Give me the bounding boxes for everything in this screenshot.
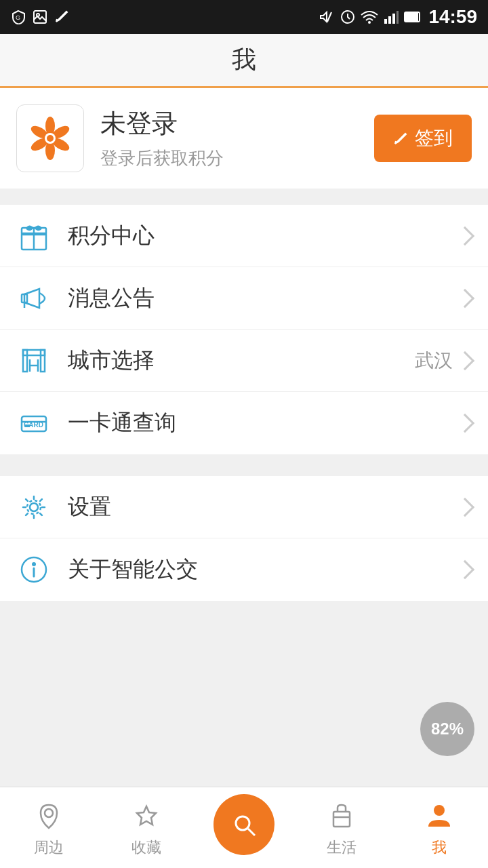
status-time: 14:59 [428, 6, 477, 28]
svg-point-5 [368, 21, 371, 24]
page-title: 我 [232, 43, 256, 77]
profile-info: 未登录 登录后获取积分 [100, 106, 374, 170]
nav-label-favorites: 收藏 [131, 837, 161, 858]
svg-text:G: G [16, 14, 20, 21]
svg-rect-7 [388, 16, 391, 24]
menu-label-news: 消息公告 [68, 283, 458, 313]
info-icon [16, 552, 52, 587]
menu-label-about: 关于智能公交 [68, 555, 458, 585]
menu-label-settings: 设置 [68, 492, 458, 522]
arrow-icon [455, 351, 474, 370]
nav-item-me[interactable]: 我 [390, 798, 488, 858]
nav-item-life[interactable]: 生活 [293, 798, 390, 858]
svg-point-34 [30, 503, 38, 511]
menu-label-card: 一卡通查询 [68, 408, 458, 438]
bottom-nav: 周边 收藏 生活 [0, 787, 488, 868]
favorites-icon [129, 798, 164, 833]
section-divider-2 [0, 465, 488, 476]
profile-subtitle: 登录后获取积分 [100, 146, 374, 170]
nav-item-search[interactable] [195, 794, 293, 862]
status-left-icons: G [11, 9, 69, 24]
menu-item-news[interactable]: 消息公告 [0, 267, 488, 330]
arrow-icon [455, 560, 474, 579]
arrow-icon [455, 497, 474, 516]
menu-section-1: 积分中心 消息公告 城市选择 武汉 [0, 205, 488, 454]
profile-section: 未登录 登录后获取积分 签到 [0, 88, 488, 189]
svg-point-37 [32, 562, 36, 566]
gift-icon [16, 218, 52, 254]
profile-name: 未登录 [100, 106, 374, 141]
me-icon [422, 798, 457, 833]
menu-item-about[interactable]: 关于智能公交 [0, 538, 488, 601]
svg-rect-9 [396, 11, 399, 24]
svg-rect-33 [24, 425, 30, 427]
svg-rect-11 [405, 13, 418, 21]
progress-badge: 82% [420, 702, 474, 756]
nav-item-nearby[interactable]: 周边 [0, 798, 98, 858]
gate-icon [16, 343, 52, 378]
menu-label-points: 积分中心 [68, 221, 458, 251]
status-bar: G 14:59 [0, 0, 488, 34]
search-center-button[interactable] [214, 794, 274, 855]
svg-point-39 [45, 809, 53, 817]
svg-point-40 [236, 816, 249, 830]
nav-item-favorites[interactable]: 收藏 [98, 798, 195, 858]
svg-point-19 [47, 135, 54, 142]
nav-label-life: 生活 [327, 837, 357, 858]
arrow-icon [455, 414, 474, 433]
arrow-icon [455, 288, 474, 307]
svg-rect-6 [384, 19, 387, 24]
arrow-icon [455, 226, 474, 245]
card-icon: CARD [16, 406, 52, 441]
svg-rect-8 [392, 14, 395, 24]
page-header: 我 [0, 34, 488, 88]
svg-point-44 [434, 805, 445, 816]
svg-line-3 [327, 12, 331, 22]
avatar [16, 104, 84, 172]
menu-label-city: 城市选择 [68, 346, 415, 376]
nav-label-me: 我 [432, 837, 447, 858]
menu-item-points[interactable]: 积分中心 [0, 205, 488, 267]
svg-line-41 [248, 829, 255, 835]
svg-rect-42 [333, 812, 350, 827]
signin-button[interactable]: 签到 [374, 115, 472, 162]
gear-icon [16, 490, 52, 525]
life-icon [324, 798, 359, 833]
menu-item-city[interactable]: 城市选择 武汉 [0, 330, 488, 392]
menu-section-2: 设置 关于智能公交 [0, 476, 488, 601]
status-right-icons: 14:59 [319, 6, 477, 28]
section-divider-1 [0, 194, 488, 205]
megaphone-icon [16, 281, 52, 316]
menu-item-card[interactable]: CARD 一卡通查询 [0, 392, 488, 454]
menu-item-settings[interactable]: 设置 [0, 476, 488, 538]
nearby-icon [31, 798, 66, 833]
city-value: 武汉 [415, 348, 453, 374]
nav-label-nearby: 周边 [34, 837, 64, 858]
